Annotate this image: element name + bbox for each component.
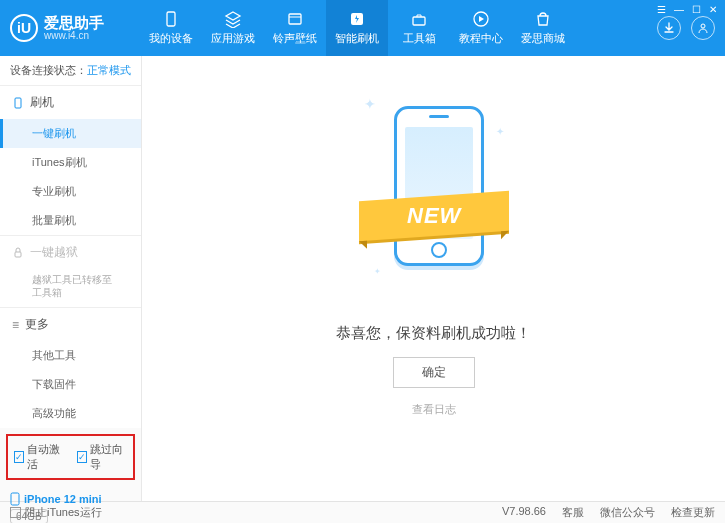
svg-rect-8 bbox=[11, 493, 19, 505]
header: iU 爱思助手 www.i4.cn 我的设备应用游戏铃声壁纸智能刷机工具箱教程中… bbox=[0, 0, 725, 56]
svg-point-5 bbox=[701, 24, 705, 28]
nav-tab-tutorials[interactable]: 教程中心 bbox=[450, 0, 512, 56]
svg-rect-3 bbox=[413, 17, 425, 25]
download-icon[interactable] bbox=[657, 16, 681, 40]
auto-activate-checkbox[interactable]: ✓自动激活 bbox=[14, 442, 65, 472]
svg-rect-0 bbox=[167, 12, 175, 26]
status-label: 设备连接状态： bbox=[10, 64, 87, 76]
logo-icon: iU bbox=[10, 14, 38, 42]
sidebar-item-flash-2[interactable]: 专业刷机 bbox=[0, 177, 141, 206]
jailbreak-note: 越狱工具已转移至工具箱 bbox=[0, 269, 141, 307]
success-message: 恭喜您，保资料刷机成功啦！ bbox=[336, 324, 531, 343]
nav-tab-toolbox[interactable]: 工具箱 bbox=[388, 0, 450, 56]
svg-rect-7 bbox=[15, 252, 21, 257]
flash-icon bbox=[348, 10, 366, 28]
toolbox-icon bbox=[410, 10, 428, 28]
success-illustration: ✦ ✦ ✦ NEW bbox=[359, 86, 509, 306]
sidebar-item-more-1[interactable]: 下载固件 bbox=[0, 370, 141, 399]
device-icon bbox=[162, 10, 180, 28]
view-log-link[interactable]: 查看日志 bbox=[412, 402, 456, 417]
svg-rect-1 bbox=[289, 14, 301, 24]
skip-guide-checkbox[interactable]: ✓跳过向导 bbox=[77, 442, 128, 472]
block-itunes-checkbox[interactable]: 阻止iTunes运行 bbox=[10, 505, 102, 520]
app-name: 爱思助手 bbox=[44, 15, 104, 30]
customer-service-link[interactable]: 客服 bbox=[562, 505, 584, 520]
logo: iU 爱思助手 www.i4.cn bbox=[10, 14, 140, 42]
svg-rect-6 bbox=[15, 98, 21, 108]
ok-button[interactable]: 确定 bbox=[393, 357, 475, 388]
sidebar-item-flash-1[interactable]: iTunes刷机 bbox=[0, 148, 141, 177]
shop-icon bbox=[534, 10, 552, 28]
ribbon-text: NEW bbox=[406, 203, 460, 229]
status-row: 设备连接状态：正常模式 bbox=[0, 56, 141, 86]
maximize-icon[interactable]: ☐ bbox=[692, 4, 701, 15]
nav-tab-flash[interactable]: 智能刷机 bbox=[326, 0, 388, 56]
minimize-icon[interactable]: — bbox=[674, 4, 684, 15]
nav-tab-shop[interactable]: 爱思商城 bbox=[512, 0, 574, 56]
phone-icon bbox=[10, 492, 20, 506]
settings-icon[interactable]: ☰ bbox=[657, 4, 666, 15]
sidebar-item-flash-3[interactable]: 批量刷机 bbox=[0, 206, 141, 235]
close-icon[interactable]: ✕ bbox=[709, 4, 717, 15]
section-flash-head[interactable]: 刷机 bbox=[0, 86, 141, 119]
app-url: www.i4.cn bbox=[44, 30, 104, 41]
ringtone-icon bbox=[286, 10, 304, 28]
nav-tab-device[interactable]: 我的设备 bbox=[140, 0, 202, 56]
sidebar: 设备连接状态：正常模式 刷机 一键刷机iTunes刷机专业刷机批量刷机 一键越狱… bbox=[0, 56, 142, 501]
wechat-link[interactable]: 微信公众号 bbox=[600, 505, 655, 520]
status-value: 正常模式 bbox=[87, 64, 131, 76]
nav-tab-apps[interactable]: 应用游戏 bbox=[202, 0, 264, 56]
user-icon[interactable] bbox=[691, 16, 715, 40]
sidebar-item-more-2[interactable]: 高级功能 bbox=[0, 399, 141, 428]
section-more-head[interactable]: ≡ 更多 bbox=[0, 308, 141, 341]
tutorials-icon bbox=[472, 10, 490, 28]
version-label: V7.98.66 bbox=[502, 505, 546, 520]
section-jailbreak-head: 一键越狱 bbox=[0, 236, 141, 269]
checkbox-highlight: ✓自动激活 ✓跳过向导 bbox=[6, 434, 135, 480]
sidebar-item-flash-0[interactable]: 一键刷机 bbox=[0, 119, 141, 148]
check-update-link[interactable]: 检查更新 bbox=[671, 505, 715, 520]
sidebar-item-more-0[interactable]: 其他工具 bbox=[0, 341, 141, 370]
main-content: ✦ ✦ ✦ NEW 恭喜您，保资料刷机成功啦！ 确定 查看日志 bbox=[142, 56, 725, 501]
apps-icon bbox=[224, 10, 242, 28]
nav-tab-ringtone[interactable]: 铃声壁纸 bbox=[264, 0, 326, 56]
